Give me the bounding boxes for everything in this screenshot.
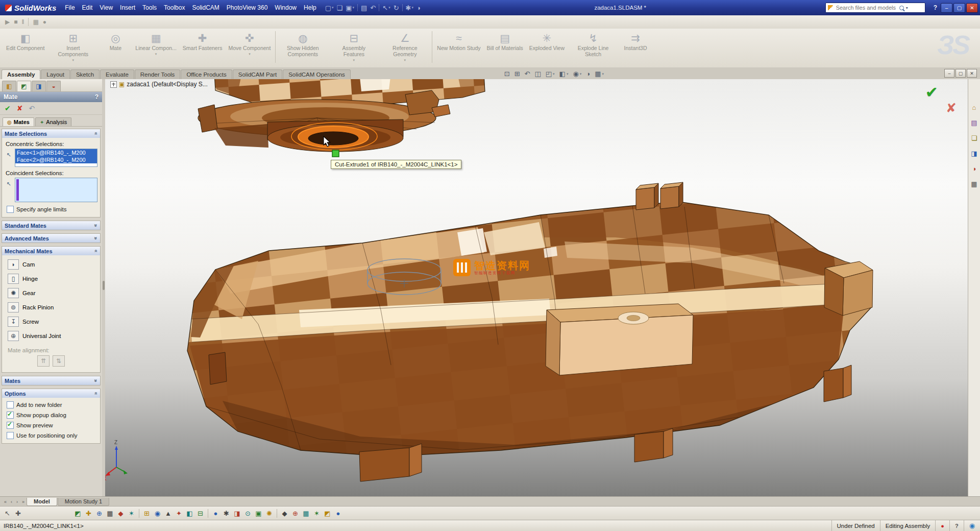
move-component-button[interactable]: ✜ Move Component ▾ <box>225 30 274 68</box>
feature-tree-root-label[interactable]: zadaca1 (Default<Display S... <box>127 81 207 88</box>
solidcam-tool-icon[interactable]: ◨ <box>233 510 241 517</box>
rebuild-icon[interactable]: ↻ <box>394 4 399 12</box>
close-button[interactable]: ✕ <box>966 3 978 13</box>
search-icon[interactable] <box>899 6 904 10</box>
new-document-icon[interactable]: ▢▾ <box>325 4 334 12</box>
ok-button[interactable]: ✔ <box>5 105 11 112</box>
doc-close-button[interactable]: ✕ <box>967 69 977 78</box>
aligned-icon[interactable]: ⇈ <box>37 355 50 367</box>
configuration-manager-tab[interactable]: ◨ <box>32 81 46 91</box>
menu-window[interactable]: Window <box>271 3 300 13</box>
print-icon[interactable]: ▤ <box>361 4 367 12</box>
minimize-button[interactable]: – <box>941 3 952 13</box>
anti-aligned-icon[interactable]: ⇅ <box>53 355 65 367</box>
mechanical-mates-header[interactable]: Mechanical Mates » <box>2 247 100 255</box>
tab-mates[interactable]: ◎ Mates <box>3 117 34 126</box>
dropdown-caret-icon[interactable]: ▾ <box>155 52 157 56</box>
advanced-mates-header[interactable]: Advanced Mates » <box>2 234 100 243</box>
view-orientation-icon[interactable]: ◰▾ <box>546 70 555 78</box>
tab-motion-study-1[interactable]: Motion Study 1 <box>58 498 109 506</box>
use-for-positioning-checkbox[interactable] <box>7 432 14 439</box>
open-icon[interactable]: ❏ <box>337 4 343 12</box>
menu-tools[interactable]: Tools <box>139 3 160 13</box>
tab-solidcam-operations[interactable]: SolidCAM Operations <box>283 69 351 79</box>
instant3d-button[interactable]: ⇉ Instant3D <box>619 30 652 68</box>
solidcam-tool-icon[interactable]: ▦ <box>302 510 310 517</box>
dropdown-caret-icon[interactable]: ▾ <box>249 52 251 56</box>
new-motion-study-button[interactable]: ≈ New Motion Study <box>434 30 483 68</box>
solidcam-tool-icon[interactable]: ✦ <box>175 510 183 517</box>
zoom-area-icon[interactable]: ⊞ <box>514 70 520 78</box>
undo-icon[interactable]: ↶ <box>370 4 376 12</box>
show-preview-checkbox[interactable] <box>7 422 14 429</box>
zoom-fit-icon[interactable]: ⊡ <box>504 70 510 78</box>
exploded-view-button[interactable]: ✳ Exploded View <box>526 30 568 68</box>
save-icon[interactable]: ▣▾ <box>346 4 354 12</box>
search-input[interactable] <box>835 4 897 11</box>
selection-item[interactable]: Face<2>@IRB140_-_M200 <box>15 156 97 163</box>
tab-sketch[interactable]: Sketch <box>70 69 100 79</box>
solidcam-tool-icon[interactable]: ✶ <box>312 510 321 517</box>
menu-solidcam[interactable]: SolidCAM <box>188 3 223 13</box>
tab-solidcam-part[interactable]: SolidCAM Part <box>233 69 282 79</box>
search-dropdown-caret-icon[interactable]: ▾ <box>906 6 908 10</box>
coincident-selection-list[interactable] <box>15 178 97 202</box>
solidcam-tool-icon[interactable]: ◩ <box>74 510 82 517</box>
solidcam-tool-icon[interactable]: ⊞ <box>142 510 151 517</box>
edit-appearance-icon[interactable]: ◑ <box>416 4 421 12</box>
model-3d[interactable]: Z X <box>105 79 968 497</box>
collapse-chevron-icon[interactable]: » <box>93 250 99 253</box>
add-tool-icon[interactable]: ✚ <box>14 510 22 517</box>
edit-appearance-icon[interactable]: ◑ <box>586 70 590 78</box>
tab-scroll-next-icon[interactable]: › <box>14 499 20 504</box>
tab-scroll-first-icon[interactable]: « <box>2 499 9 504</box>
record-icon[interactable]: ● <box>43 18 46 26</box>
menu-help[interactable]: Help <box>300 3 320 13</box>
solidcam-tool-icon[interactable]: ✺ <box>265 510 274 517</box>
tab-evaluate[interactable]: Evaluate <box>100 69 134 79</box>
hide-show-items-icon[interactable]: ◉▾ <box>573 70 581 78</box>
solidcam-tool-icon[interactable]: ● <box>211 510 220 517</box>
dropdown-caret-icon[interactable]: ▾ <box>353 58 355 62</box>
solidworks-resources-icon[interactable]: ⌂ <box>969 102 980 113</box>
dropdown-caret-icon[interactable]: ▾ <box>72 58 75 62</box>
mate-drag-handle[interactable] <box>332 150 339 157</box>
search-box[interactable]: ▾ <box>825 3 925 13</box>
solidcam-tool-icon[interactable]: ◉ <box>153 510 162 517</box>
explode-line-sketch-button[interactable]: ↯ Explode Line Sketch <box>568 30 619 68</box>
select-icon[interactable]: ↖▾ <box>382 4 390 12</box>
menu-file[interactable]: File <box>61 3 78 13</box>
tab-office-products[interactable]: Office Products <box>181 69 232 79</box>
mate-type-universal-joint[interactable]: ⊕ Universal Joint <box>4 329 99 343</box>
graphics-area[interactable]: Z X ▣ zadaca1 (Default<Display S... Cut-… <box>105 79 968 497</box>
dropdown-caret-icon[interactable]: ▾ <box>404 58 406 62</box>
solidcam-tool-icon[interactable]: ● <box>334 510 342 517</box>
mate-type-rack-pinion[interactable]: ⊚ Rack Pinion <box>4 300 99 315</box>
solidcam-tool-icon[interactable]: ◧ <box>185 510 194 517</box>
tab-analysis[interactable]: ✦ Analysis <box>35 117 71 126</box>
selection-item[interactable]: Face<1>@IRB140_-_M200 <box>15 149 97 156</box>
solidcam-tool-icon[interactable]: ✚ <box>84 510 93 517</box>
restore-button[interactable]: ▢ <box>953 3 965 13</box>
expand-chevron-icon[interactable]: » <box>93 379 99 382</box>
mate-type-hinge[interactable]: ▯ Hinge <box>4 272 99 286</box>
play-icon[interactable]: ▶ <box>5 18 10 26</box>
frames-icon[interactable]: ▦ <box>33 18 38 26</box>
solidcam-tool-icon[interactable]: ✱ <box>222 510 231 517</box>
menu-toolbox[interactable]: Toolbox <box>160 3 188 13</box>
concentric-selection-list[interactable]: Face<1>@IRB140_-_M200 Face<2>@IRB140_-_M… <box>15 149 97 167</box>
menu-edit[interactable]: Edit <box>79 3 96 13</box>
stop-icon[interactable]: ■ <box>14 18 17 26</box>
appearances-icon[interactable]: ◑ <box>969 163 980 174</box>
collapse-chevron-icon[interactable]: » <box>93 392 99 395</box>
options-header[interactable]: Options » <box>2 389 100 398</box>
confirm-ok-icon[interactable]: ✔ <box>925 83 938 101</box>
mate-selections-header[interactable]: Mate Selections » <box>2 129 100 138</box>
insert-components-button[interactable]: ⊞ Insert Components ▾ <box>47 30 99 68</box>
menu-view[interactable]: View <box>96 3 116 13</box>
mate-type-screw[interactable]: ↧ Screw <box>4 315 99 329</box>
select-tool-icon[interactable]: ↖ <box>3 510 12 517</box>
add-to-new-folder-checkbox[interactable] <box>7 401 14 408</box>
solidcam-tool-icon[interactable]: ◩ <box>323 510 332 517</box>
custom-properties-icon[interactable]: ▦ <box>969 178 980 189</box>
